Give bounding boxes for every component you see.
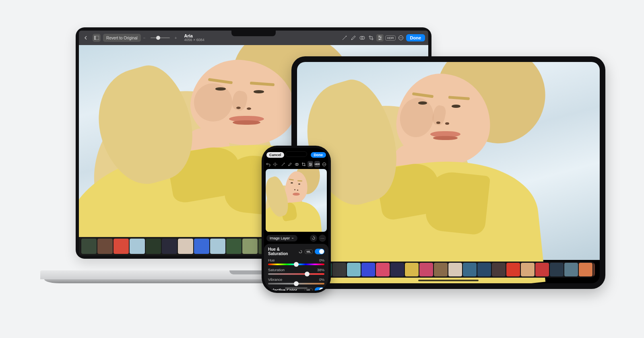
zoom-slider[interactable] [151,37,170,38]
thumbnail[interactable] [405,263,419,276]
hdr-badge[interactable]: HDR [385,35,395,41]
thumbnail[interactable] [226,239,242,254]
reset-icon[interactable] [298,249,303,254]
crop-icon[interactable] [367,34,375,41]
thumbnail[interactable] [492,263,506,276]
svg-point-5 [380,37,382,39]
thumbnail[interactable] [361,263,375,276]
svg-point-8 [399,37,400,38]
svg-point-9 [400,37,401,38]
svg-point-4 [379,36,380,37]
back-button[interactable] [82,34,90,42]
svg-point-6 [379,39,380,40]
undo-icon[interactable] [266,161,271,167]
svg-point-14 [311,164,312,165]
document-title: Aria 4056 × 6084 [184,33,204,42]
thumbnail[interactable] [210,239,225,254]
hdr-badge[interactable]: HDR [314,161,320,167]
svg-point-17 [323,164,324,164]
thumbnail[interactable] [97,239,113,254]
overlays-icon[interactable] [294,161,300,167]
svg-point-10 [401,37,402,38]
more-icon[interactable] [397,34,405,41]
thumbnail[interactable] [114,239,129,254]
thumbnail[interactable] [550,263,564,276]
done-button[interactable]: Done [311,152,326,158]
tablet-device [291,56,605,289]
cancel-button[interactable]: Cancel [266,152,284,158]
vibrance-slider[interactable] [268,283,324,284]
thumbnail[interactable] [146,239,161,254]
adjustments-icon[interactable] [308,161,313,167]
saturation-slider[interactable] [268,273,324,275]
svg-point-13 [310,163,310,163]
svg-point-15 [310,165,310,166]
compare-icon[interactable] [272,161,278,167]
thumbnail[interactable] [463,263,477,276]
phone-home-indicator [285,287,308,289]
phone-canvas[interactable] [266,169,327,232]
section-toggle[interactable] [315,287,324,291]
tablet-home-indicator [418,280,479,281]
thumbnail[interactable] [477,263,491,276]
thumbnail[interactable] [506,263,520,276]
section-toggle[interactable] [315,249,324,254]
svg-point-18 [324,164,324,164]
ml-badge[interactable]: ML [305,249,313,254]
panel-title: Hue & Saturation [268,247,298,256]
thumbnail[interactable] [242,239,258,254]
thumbnail[interactable] [178,239,193,254]
wand-icon[interactable] [341,34,348,41]
thumbnail[interactable] [535,263,549,276]
layer-selector[interactable]: Image Layer [266,235,297,241]
svg-rect-1 [94,36,96,40]
phone-toolbar: HDR [266,160,327,168]
thumbnail[interactable] [521,263,535,276]
thumbnail[interactable] [194,239,209,254]
thumbnail[interactable] [434,263,448,276]
more-icon[interactable] [321,161,327,167]
thumbnail[interactable] [162,239,177,254]
reset-icon[interactable] [310,235,317,242]
pencil-icon[interactable] [350,34,357,41]
thumbnail[interactable] [579,263,592,276]
overlays-icon[interactable] [359,34,366,41]
thumbnail[interactable] [390,263,404,276]
portrait-image [266,169,327,232]
thumbnail[interactable] [81,239,97,254]
thumbnail[interactable] [419,263,433,276]
pencil-icon[interactable] [287,161,293,167]
revert-button[interactable]: Revert to Original [103,34,141,42]
adjustments-icon[interactable] [376,34,384,41]
done-button[interactable]: Done [406,34,425,41]
svg-point-19 [324,164,325,164]
thumbnail[interactable] [593,263,595,276]
tablet-thumbnail-strip[interactable] [302,262,595,278]
thumbnail[interactable] [130,239,145,254]
hue-slider[interactable] [268,264,324,265]
wand-icon[interactable] [281,161,286,167]
thumbnail[interactable] [448,263,462,276]
thumbnail[interactable] [347,263,361,276]
tablet-canvas[interactable] [297,62,600,260]
more-icon[interactable]: ⋯ [319,235,326,242]
thumbnail[interactable] [564,263,578,276]
sidebar-toggle-icon[interactable] [93,34,101,42]
adjustments-panel: Hue & Saturation ML Hue0% Saturation38% … [264,244,328,291]
phone-device: Cancel Done HDR [262,146,331,293]
thumbnail[interactable] [332,263,346,276]
portrait-image [297,62,600,260]
thumbnail[interactable] [376,263,390,276]
crop-icon[interactable] [301,161,306,167]
